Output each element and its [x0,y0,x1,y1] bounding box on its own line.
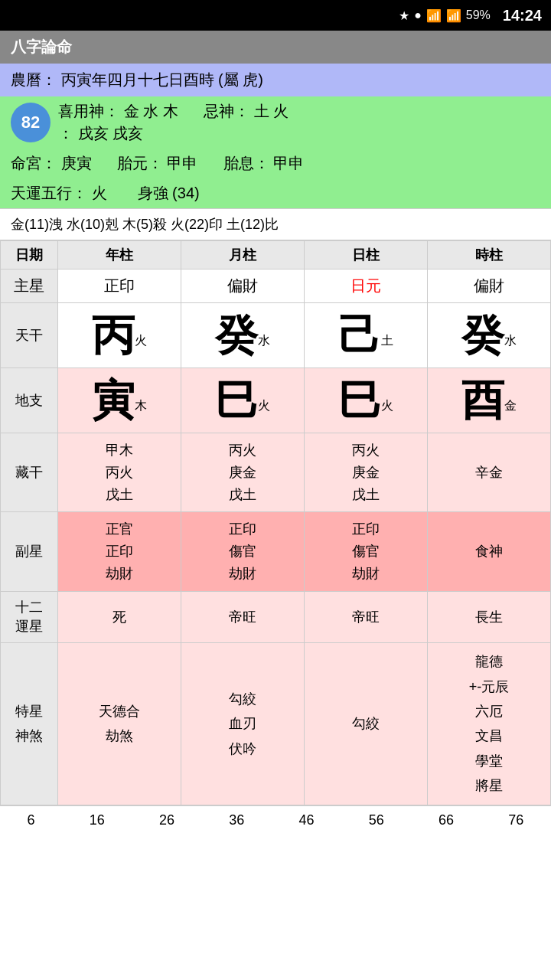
app-title: 八字論命 [0,31,551,64]
elements-section: 金(11)洩 水(10)剋 木(5)殺 火(22)印 土(12)比 [0,208,551,240]
mingong-section: 命宮： 庚寅 胎元： 甲申 胎息： 甲申 [0,149,551,178]
canggan-shi: 辛金 [428,433,551,512]
fuxing-shi: 食神 [428,512,551,591]
zhuxing-yue: 偏財 [181,270,305,303]
shierxing-row: 十二 運星 死 帝旺 帝旺 長生 [1,591,551,642]
shierxing-ri: 帝旺 [305,591,428,642]
texing-row: 特星 神煞 天德合 劫煞 勾絞 血刃 伏吟 勾絞 龍德 +-元辰 六厄 文昌 學… [1,643,551,805]
status-icons: ★ ● 📶 📶 59% [399,8,491,23]
texing-nian: 天德合 劫煞 [58,643,181,805]
wifi-icon: 📶 [426,8,442,23]
dizhi-row: 地支 寅木 巳火 巳火 酉金 [1,368,551,433]
zhuxing-shi: 偏財 [428,270,551,303]
canggan-row: 藏干 甲木 丙火 戊土 丙火 庚金 戊土 丙火 庚金 戊土 辛金 [1,433,551,512]
battery-text: 59% [466,8,491,22]
dizhi-yue: 巳火 [181,368,305,433]
tianyun-text: 天運五行： 火 [11,183,107,204]
zhuxing-ri: 日元 [305,270,428,303]
texing-label: 特星 神煞 [1,643,58,805]
tiangan-label: 天干 [1,303,58,368]
bluetooth-icon: ★ [399,8,409,23]
dizhi-ri: 巳火 [305,368,428,433]
lunar-date: 農曆： 丙寅年四月十七日酉時 (屬 虎) [0,64,551,96]
fuxing-label: 副星 [1,512,58,591]
main-table: 日期 年柱 月柱 日柱 時柱 主星 正印 偏財 日元 偏財 天干 丙火 癸水 己… [0,240,551,805]
fuxing-yue: 正印 傷官 劫財 [181,512,305,591]
mingong-text: 命宮： 庚寅 [11,155,92,172]
header-shi: 時柱 [428,241,551,270]
fuxing-row: 副星 正官 正印 劫財 正印 傷官 劫財 正印 傷官 劫財 食神 [1,512,551,591]
header-row: 日期 年柱 月柱 日柱 時柱 [1,241,551,270]
notification-icon: ● [414,8,422,22]
num-16: 16 [90,812,105,828]
fuxing-ri: 正印 傷官 劫財 [305,512,428,591]
dizhi-nian: 寅木 [58,368,181,433]
score-circle: 82 [11,103,51,142]
num-56: 56 [369,812,384,828]
shierxing-shi: 長生 [428,591,551,642]
zhuxing-row: 主星 正印 偏財 日元 偏財 [1,270,551,303]
tiangan-yue: 癸水 [181,303,305,368]
texing-yue: 勾絞 血刃 伏吟 [181,643,305,805]
zhuxing-label: 主星 [1,270,58,303]
xiyong-line: 喜用神： 金 水 木 忌神： 土 火 [58,101,289,122]
clock: 14:24 [503,7,542,24]
tiangan-nian: 丙火 [58,303,181,368]
dizhi-shi: 酉金 [428,368,551,433]
tianyun-section: 天運五行： 火 身強 (34) [0,178,551,208]
dizhi-label: 地支 [1,368,58,433]
canggan-ri: 丙火 庚金 戊土 [305,433,428,512]
shierxing-yue: 帝旺 [181,591,305,642]
jishen-text: 忌神： 土 火 [204,103,289,119]
status-bar: ★ ● 📶 📶 59% 14:24 [0,0,551,31]
shierxing-nian: 死 [58,591,181,642]
num-66: 66 [439,812,454,828]
num-26: 26 [159,812,174,828]
header-date: 日期 [1,241,58,270]
header-ri: 日柱 [305,241,428,270]
canggan-label: 藏干 [1,433,58,512]
texing-ri: 勾絞 [305,643,428,805]
num-46: 46 [299,812,315,828]
header-nian: 年柱 [58,241,181,270]
tiangan-ri: 己土 [305,303,428,368]
num-36: 36 [229,812,244,828]
header-yue: 月柱 [181,241,305,270]
xiyong-section: 82 喜用神： 金 水 木 忌神： 土 火 ： 戌亥 戌亥 [0,96,551,149]
fuxing-nian: 正官 正印 劫財 [58,512,181,591]
canggan-yue: 丙火 庚金 戊土 [181,433,305,512]
texing-shi: 龍德 +-元辰 六厄 文昌 學堂 將星 [428,643,551,805]
shengqiang-text: 身強 (34) [138,183,200,204]
num-76: 76 [508,812,523,828]
tiangan-shi: 癸水 [428,303,551,368]
info1-text: 喜用神： 金 水 木 忌神： 土 火 ： 戌亥 戌亥 [58,101,289,144]
zhuxing-nian: 正印 [58,270,181,303]
taiyuan-text: 胎元： 甲申 [117,155,198,172]
num-6: 6 [28,812,35,828]
xiyong-text: 喜用神： 金 水 木 [58,103,178,119]
taixi-text: 胎息： 甲申 [223,155,305,172]
bottom-numbers: 6 16 26 36 46 56 66 76 [0,805,551,835]
canggan-nian: 甲木 丙火 戊土 [58,433,181,512]
signal-icon: 📶 [446,8,461,23]
shierxing-label: 十二 運星 [1,591,58,642]
tiangan-row: 天干 丙火 癸水 己土 癸水 [1,303,551,368]
nayin-line: ： 戌亥 戌亥 [58,123,289,144]
